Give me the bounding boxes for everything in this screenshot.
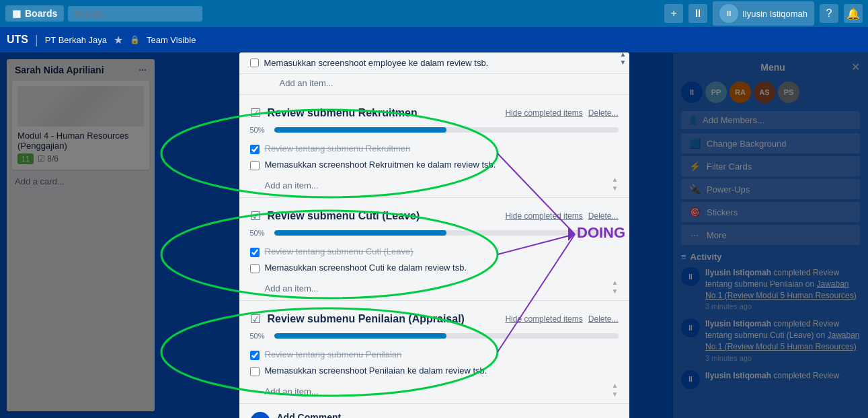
progress-pct-cuti: 50% (250, 229, 269, 237)
user-name: Ilyusin Istiqomah (742, 9, 807, 19)
top-checkbox[interactable] (250, 59, 259, 67)
item-text-rek-1: Review tentang submenu Rekruitmen (265, 143, 411, 153)
progress-pct-penilaian: 50% (250, 332, 269, 340)
team-label: Team Visible (147, 35, 196, 45)
checklist-icon: ☑ (250, 106, 261, 120)
item-text-pen-2: Memasukkan screenshoot Penilaian ke dala… (265, 365, 487, 376)
checkbox-pen-1[interactable] (250, 351, 260, 360)
delete-cuti[interactable]: Delete... (588, 211, 619, 221)
top-add-item-button[interactable]: Add an item... (280, 78, 333, 88)
scroll-down-cuti[interactable]: ▼ (612, 287, 619, 295)
top-bar: ▦ Boards + ⏸ II Ilyusin Istiqomah ? 🔔 (0, 0, 868, 27)
lock-icon: 🔒 (130, 35, 140, 44)
checklist-header-cuti: ☑ Review submenu Cuti (Leave) Hide compl… (250, 209, 619, 223)
progress-row-rekruitmen: 50% (250, 126, 619, 134)
add-item-rek-button[interactable]: Add an item... (265, 180, 319, 190)
comment-box-wrap: Add Comment (277, 412, 619, 418)
delete-penilaian[interactable]: Delete... (588, 314, 619, 324)
checklist-title-cuti: Review submenu Cuti (Leave) (268, 210, 499, 222)
progress-bar-bg-rekruitmen (274, 127, 619, 133)
pause-button[interactable]: ⏸ (688, 4, 707, 23)
board-title: UTS (7, 34, 28, 46)
boards-label: Boards (25, 8, 57, 19)
checklist-item-pen-2: Memasukkan screenshoot Penilaian ke dala… (250, 363, 619, 379)
progress-row-cuti: 50% (250, 229, 619, 237)
scroll-down-pen[interactable]: ▼ (612, 390, 619, 398)
checklist-title-rekruitmen: Review submenu Rekruitmen (268, 107, 499, 119)
checkbox-pen-2[interactable] (250, 367, 260, 376)
top-item-text: Memasukkan screenshoot employee ke dalam… (264, 58, 489, 68)
delete-rekruitmen[interactable]: Delete... (588, 108, 619, 118)
checkbox-cuti-2[interactable] (250, 264, 260, 273)
comment-avatar: II (250, 412, 270, 418)
main-area: Sarah Nida Apriliani ··· Modul 4 - Human… (0, 53, 868, 418)
item-text-cuti-1: Review tentang submenu Cuti (Leave) (265, 246, 413, 256)
progress-bar-fill-penilaian (274, 333, 446, 339)
star-icon[interactable]: ★ (114, 34, 123, 46)
modal-overlay[interactable]: Memasukkan screenshoot employee ke dalam… (0, 53, 868, 418)
checklist-header-rekruitmen: ☑ Review submenu Rekruitmen Hide complet… (250, 106, 619, 120)
progress-bar-fill-rekruitmen (274, 127, 446, 133)
user-button[interactable]: II Ilyusin Istiqomah (713, 1, 814, 26)
scroll-down-button[interactable]: ▼ (620, 59, 627, 66)
checkbox-cuti-1[interactable] (250, 248, 260, 257)
progress-bar-bg-penilaian (274, 333, 619, 339)
checklist-item-cuti-1: Review tentang submenu Cuti (Leave) (250, 244, 619, 260)
checklist-icon-cuti: ☑ (250, 209, 261, 223)
checklist-cuti: ☑ Review submenu Cuti (Leave) Hide compl… (239, 198, 629, 301)
checklist-item-pen-1: Review tentang submenu Penilaian (250, 347, 619, 363)
checklist-rekruitmen: ☑ Review submenu Rekruitmen Hide complet… (239, 95, 629, 198)
item-text-rek-2: Memasukkan screenshoot Rekruitmen ke dal… (265, 160, 496, 170)
scroll-up-pen[interactable]: ▲ (612, 382, 619, 389)
checklist-icon-penilaian: ☑ (250, 312, 261, 326)
top-bar-left: ▦ Boards (5, 5, 202, 22)
trello-icon: ▦ (12, 8, 21, 19)
add-button[interactable]: + (664, 4, 683, 23)
comment-label: Add Comment (277, 412, 619, 418)
checklist-penilaian: ☑ Review submenu Penilaian (Appraisal) H… (239, 301, 629, 404)
boards-button[interactable]: ▦ Boards (5, 5, 64, 22)
checkbox-rek-1[interactable] (250, 145, 260, 154)
add-item-pen-button[interactable]: Add an item... (265, 386, 319, 396)
info-button[interactable]: ? (820, 4, 838, 23)
checklist-item-rek-1: Review tentang submenu Rekruitmen (250, 141, 619, 157)
add-item-cuti-button[interactable]: Add an item... (265, 283, 319, 293)
progress-bar-bg-cuti (274, 230, 619, 236)
board-bar: UTS | PT Berkah Jaya ★ 🔒 Team Visible (0, 27, 868, 53)
hide-completed-cuti[interactable]: Hide completed items (505, 211, 582, 221)
bell-button[interactable]: 🔔 (844, 4, 863, 23)
checklist-item-rek-2: Memasukkan screenshoot Rekruitmen ke dal… (250, 157, 619, 173)
checklist-item-cuti-2: Memasukkan screenshoot Cuti ke dalam rev… (250, 260, 619, 276)
modal: Memasukkan screenshoot employee ke dalam… (239, 53, 629, 418)
comment-section: II Add Comment (239, 404, 629, 418)
item-text-pen-1: Review tentang submenu Penilaian (265, 349, 402, 359)
checklist-title-penilaian: Review submenu Penilaian (Appraisal) (268, 313, 499, 325)
scroll-up-cuti[interactable]: ▲ (612, 279, 619, 286)
search-input[interactable] (68, 6, 202, 22)
checkbox-rek-2[interactable] (250, 161, 260, 170)
progress-pct-rekruitmen: 50% (250, 126, 269, 134)
scroll-up-rek[interactable]: ▲ (612, 176, 619, 183)
item-text-cuti-2: Memasukkan screenshoot Cuti ke dalam rev… (265, 263, 467, 273)
scroll-down-rek[interactable]: ▼ (612, 184, 619, 192)
progress-row-penilaian: 50% (250, 332, 619, 340)
top-bar-right: + ⏸ II Ilyusin Istiqomah ? 🔔 (664, 1, 863, 26)
pre-modal-item: Memasukkan screenshoot employee ke dalam… (239, 53, 629, 74)
scroll-up-button[interactable]: ▲ (620, 53, 627, 58)
board-org: PT Berkah Jaya (45, 35, 107, 45)
hide-completed-rekruitmen[interactable]: Hide completed items (505, 108, 582, 118)
checklist-header-penilaian: ☑ Review submenu Penilaian (Appraisal) H… (250, 312, 619, 326)
progress-bar-fill-cuti (274, 230, 446, 236)
hide-completed-penilaian[interactable]: Hide completed items (505, 314, 582, 324)
user-avatar: II (719, 4, 738, 23)
